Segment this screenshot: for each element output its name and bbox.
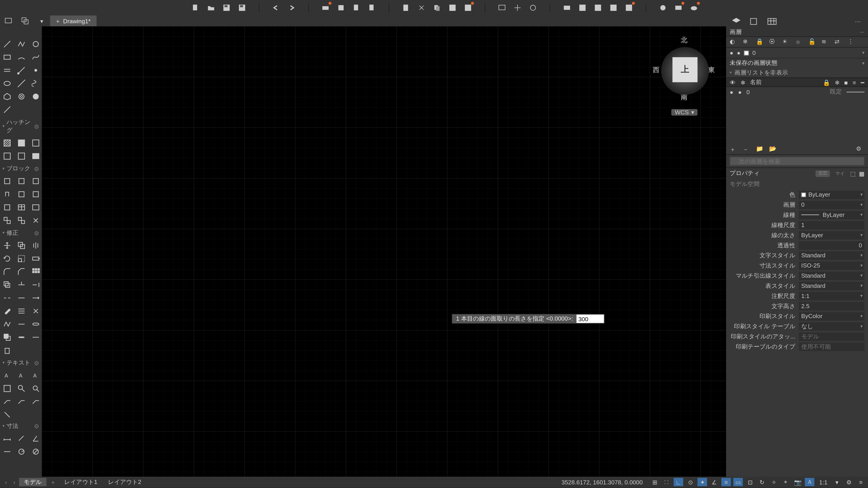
layer-state-row[interactable]: 未保存の画層状態▾ (726, 58, 868, 68)
rotate-tool[interactable] (1, 253, 13, 265)
plot-icon[interactable] (321, 3, 330, 12)
layer-delete-icon[interactable]: － (743, 145, 751, 153)
scale-menu-icon[interactable]: ▾ (832, 478, 842, 486)
donut-fill-tool[interactable] (30, 91, 42, 103)
attdef-tool[interactable] (1, 188, 13, 200)
mtext-tool[interactable]: A (1, 369, 13, 381)
layout-add-icon[interactable]: + (48, 479, 58, 485)
attsync-tool[interactable] (30, 188, 42, 200)
prop-row-印刷スタイル テーブル[interactable]: 印刷スタイル テーブルなし (726, 321, 868, 331)
snap-toggle[interactable]: ⸬ (662, 478, 671, 486)
ungroup-tool[interactable] (16, 215, 28, 226)
quick-props-toggle[interactable]: ⊡ (745, 478, 755, 486)
prop-row-画層[interactable]: 画層0 (726, 200, 868, 210)
prop-row-文字高さ[interactable]: 文字高さ2.5 (726, 301, 868, 311)
image-tool[interactable] (30, 150, 42, 162)
dim-diameter-tool[interactable] (30, 446, 42, 458)
rectangle-tool[interactable] (1, 51, 13, 63)
selection-cycle-toggle[interactable]: ↻ (757, 478, 767, 486)
revcloud-tool[interactable] (1, 104, 13, 116)
wipeout-tool[interactable] (16, 150, 28, 162)
layer-walk-icon[interactable]: ⋮ (848, 38, 856, 46)
undo-icon[interactable] (271, 3, 281, 12)
import-icon[interactable] (593, 3, 602, 12)
extend-tool[interactable] (30, 279, 42, 291)
circle-tool[interactable] (30, 38, 42, 50)
pan-icon[interactable] (513, 3, 522, 12)
tab-layout2[interactable]: レイアウト2 (103, 478, 146, 486)
prop-row-表スタイル[interactable]: 表スタイルStandard (726, 281, 868, 291)
trim-tool[interactable] (16, 279, 28, 291)
props-tab-2[interactable]: マイ (833, 170, 846, 177)
stretch-tool[interactable] (30, 253, 42, 265)
cloud-icon[interactable] (689, 3, 699, 12)
attedit-tool[interactable] (16, 188, 28, 200)
blocks-panel-tab[interactable] (749, 17, 760, 26)
region-tool[interactable] (1, 150, 13, 162)
spline-tool[interactable] (30, 51, 42, 63)
overkill-tool[interactable] (16, 318, 28, 330)
arc-tool[interactable] (16, 51, 28, 63)
otrack-toggle[interactable]: ∠ (710, 478, 719, 486)
erase-tool[interactable] (1, 305, 13, 317)
array-tool[interactable] (30, 266, 42, 278)
mleader-tool[interactable] (16, 396, 28, 408)
layer-folder2-icon[interactable]: 📂 (769, 145, 777, 153)
wblock-tool[interactable] (30, 175, 42, 187)
leader-tool[interactable] (1, 396, 13, 408)
panel-menu-icon[interactable]: ⋯ (852, 17, 863, 26)
attach-icon[interactable] (578, 3, 587, 12)
store-icon[interactable] (674, 3, 683, 12)
hatch-tool[interactable] (1, 137, 13, 149)
polygon-tool[interactable] (1, 91, 13, 103)
grid-toggle[interactable]: ⊞ (650, 478, 659, 486)
line-tool[interactable] (1, 38, 13, 50)
save-icon[interactable] (222, 3, 231, 12)
dynamic-input-toggle[interactable]: ▭ (733, 478, 743, 486)
section-block[interactable]: ▾ブロック⚙ (0, 163, 42, 174)
screen-icon[interactable] (497, 3, 507, 12)
section-hatch[interactable]: ▾ハッチング⚙ (0, 117, 42, 136)
field-tool[interactable] (30, 201, 42, 213)
block-icon[interactable] (463, 3, 473, 12)
text-tool[interactable]: A (16, 369, 28, 381)
3dosnap-toggle[interactable]: ✧ (769, 478, 778, 486)
group-tool[interactable] (1, 215, 13, 226)
cut-icon[interactable] (417, 3, 426, 12)
camera-toggle[interactable]: 📷 (793, 478, 802, 486)
prop-row-印刷スタイル[interactable]: 印刷スタイルByColor (726, 311, 868, 321)
lengthen-tool[interactable] (30, 292, 42, 304)
polar-toggle[interactable]: ⊙ (686, 478, 695, 486)
redo-icon[interactable] (287, 3, 296, 12)
layer-unlock-icon[interactable]: 🔓 (808, 38, 817, 46)
layer-search[interactable] (726, 155, 868, 167)
move-tool[interactable] (1, 239, 13, 252)
layer-thaw-icon[interactable]: ☼ (795, 38, 804, 46)
paste-icon[interactable] (401, 3, 411, 12)
ellipse-tool[interactable] (1, 77, 13, 90)
preview-icon[interactable] (336, 3, 346, 12)
layout-next-icon[interactable]: › (11, 479, 18, 485)
dim-aligned-tool[interactable] (16, 433, 28, 445)
dim-continue-tool[interactable] (1, 446, 13, 458)
chevron-down-icon[interactable]: ▾ (37, 16, 46, 26)
mline-tool[interactable] (1, 64, 13, 76)
prop-row-印刷スタイルのアタッ...[interactable]: 印刷スタイルのアタッ...モデル (726, 331, 868, 341)
make-block-tool[interactable] (16, 175, 28, 187)
page-setup-icon[interactable] (352, 3, 361, 12)
open-icon[interactable] (206, 3, 216, 12)
layer-row-0[interactable]: ●● 0 既定 (726, 87, 868, 96)
table-panel-tab[interactable] (767, 17, 777, 26)
layer-list-toggle[interactable]: ▾画層リストを非表示 (726, 68, 868, 77)
divide-tool[interactable] (16, 331, 28, 343)
tab-layout1[interactable]: レイアウト1 (59, 478, 102, 486)
publish-icon[interactable] (367, 3, 377, 12)
section-text[interactable]: ▾テキスト⚙ (0, 357, 42, 368)
boundary-tool[interactable] (30, 137, 42, 149)
xline-tool[interactable] (16, 77, 28, 90)
current-layer-strip[interactable]: ●● 0 ▾ (726, 48, 868, 58)
pedit-tool[interactable] (1, 318, 13, 330)
new-icon[interactable] (191, 3, 200, 12)
document-tab[interactable]: + Drawing1* (50, 15, 97, 26)
copy-icon[interactable] (432, 3, 442, 12)
